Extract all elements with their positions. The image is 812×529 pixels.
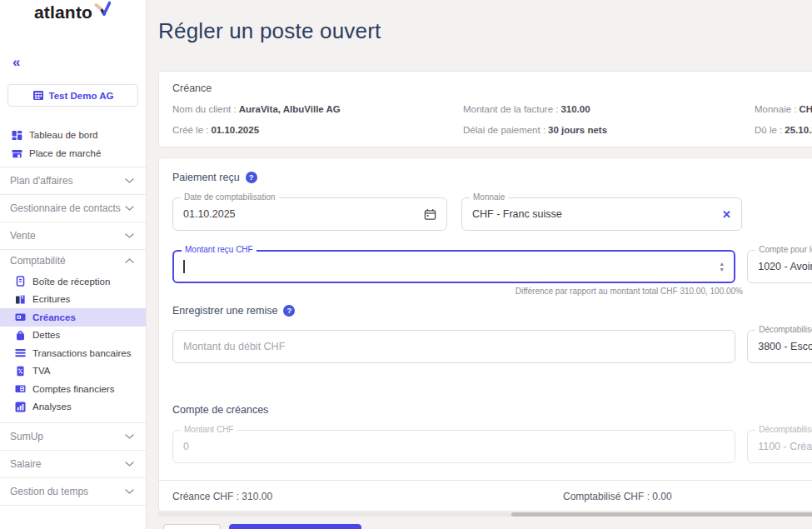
field-label: Compte pour le paiement bbox=[755, 245, 812, 254]
claim-summary-card: Créance Nom du client :AuraVita, AlbuVil… bbox=[158, 71, 812, 147]
text-caret bbox=[183, 260, 185, 273]
sidebar-item-label: Boîte de réception bbox=[32, 277, 110, 287]
company-name: Test Demo AG bbox=[49, 91, 114, 101]
logo: atlanto bbox=[0, 0, 146, 28]
chevron-down-icon bbox=[125, 233, 134, 238]
logo-mark-icon bbox=[93, 1, 112, 17]
section-label: Plan d'affaires bbox=[10, 175, 72, 187]
bank-lines-icon bbox=[15, 347, 26, 358]
field-label: Montant reçu CHF bbox=[182, 245, 257, 254]
payment-terms-field: Délai de paiement :30 jours nets bbox=[463, 125, 755, 135]
analytics-icon bbox=[15, 402, 26, 412]
sidebar-item-label: Ecritures bbox=[32, 294, 70, 304]
payment-form-card: Paiement reçu ? Date de comptabilisation… bbox=[158, 157, 812, 512]
section-title: Compte de créances bbox=[172, 404, 268, 416]
help-icon[interactable]: ? bbox=[246, 172, 257, 183]
amount-received-input[interactable]: Montant reçu CHF ▲▼ bbox=[172, 250, 735, 283]
section-label: Comptabilité bbox=[10, 255, 66, 267]
chevron-down-icon bbox=[125, 462, 134, 467]
sidebar-section-salary[interactable]: Salaire bbox=[0, 450, 146, 477]
due-date-field: Dû le :25.10.2025 bbox=[755, 125, 812, 135]
sidebar-item-financial-accounts[interactable]: Comptes financiers bbox=[0, 380, 146, 398]
invoice-amount-field: Montant de la facture :310.00 bbox=[463, 104, 755, 114]
book-icon bbox=[15, 294, 26, 305]
sidebar-section-time-management[interactable]: Gestion du temps bbox=[0, 477, 146, 505]
payment-account-input[interactable]: Compte pour le paiement 1020 - Avoirs ba… bbox=[747, 250, 812, 283]
currency-input[interactable]: Monnaie CHF - Franc suisse ✕ bbox=[461, 197, 742, 231]
field-label: Monnaie bbox=[470, 192, 508, 202]
main-content: Régler un poste ouvert Créance Nom du cl… bbox=[147, 0, 812, 529]
field-value: 01.10.2025 bbox=[183, 208, 424, 220]
marketplace-icon bbox=[12, 148, 22, 159]
chevron-up-icon bbox=[125, 258, 134, 263]
field-value: 0 bbox=[183, 441, 725, 452]
sidebar-item-payables[interactable]: Dettes bbox=[0, 327, 146, 345]
company-selector-button[interactable]: Test Demo AG bbox=[7, 84, 138, 107]
sidebar-item-label: Comptes financiers bbox=[32, 384, 114, 394]
company-building-icon bbox=[32, 90, 44, 101]
scrollbar-thumb[interactable] bbox=[511, 512, 812, 517]
horizontal-scrollbar[interactable] bbox=[158, 512, 812, 517]
inbox-icon bbox=[15, 276, 26, 287]
difference-helper-text: Différence par rapport au montant total … bbox=[172, 287, 743, 296]
section-label: Salaire bbox=[10, 458, 41, 470]
sidebar-item-vat[interactable]: TVA bbox=[0, 362, 146, 381]
discount-amount-input[interactable]: Montant du débit CHF bbox=[172, 330, 735, 363]
clear-currency-icon[interactable]: ✕ bbox=[722, 208, 731, 221]
field-value: 1100 - Créances bbox=[758, 441, 812, 452]
sidebar-section-sumup[interactable]: SumUp bbox=[0, 422, 146, 450]
sidebar-item-label: Transactions bancaires bbox=[32, 348, 131, 358]
chevron-down-icon bbox=[125, 434, 134, 439]
sidebar-item-dashboard[interactable]: Tableau de bord bbox=[0, 126, 146, 144]
created-date-field: Créé le :01.10.2025 bbox=[172, 125, 463, 135]
sidebar-item-entries[interactable]: Ecritures bbox=[0, 291, 146, 309]
dashboard-icon bbox=[12, 130, 22, 141]
field-placeholder: Montant du débit CHF bbox=[183, 341, 725, 352]
calendar-icon[interactable] bbox=[424, 208, 436, 221]
cancel-button[interactable]: Annuler bbox=[163, 524, 221, 529]
sidebar-item-inbox[interactable]: Boîte de réception bbox=[0, 272, 146, 291]
accounts-icon bbox=[15, 383, 26, 394]
totals-row: Créance CHF : 310.00 Comptabilisé CHF : … bbox=[159, 480, 812, 511]
sidebar-item-receivables[interactable]: Créances bbox=[0, 308, 146, 327]
settle-open-item-button[interactable]: Régler un poste ouvert bbox=[229, 524, 361, 529]
sidebar-item-analyses[interactable]: Analyses bbox=[0, 398, 146, 417]
field-value: CHF - Franc suisse bbox=[472, 208, 722, 220]
section-label: Vente bbox=[10, 230, 36, 242]
sidebar-section-accounting[interactable]: Comptabilité bbox=[0, 249, 146, 271]
field-value: 1020 - Avoirs bancaires bbox=[758, 261, 812, 272]
sidebar-section-contacts[interactable]: Gestionnaire de contacts bbox=[0, 194, 146, 222]
sidebar: atlanto « Test Demo AG bbox=[0, 0, 147, 529]
sidebar-item-label: Tableau de bord bbox=[29, 130, 97, 140]
field-label: Montant CHF bbox=[181, 425, 237, 434]
sidebar-collapse-button[interactable]: « bbox=[12, 57, 146, 68]
sidebar-item-label: Place de marché bbox=[29, 148, 101, 158]
sidebar-item-marketplace[interactable]: Place de marché bbox=[0, 144, 146, 162]
field-label: Décomptabiliser bbox=[755, 325, 812, 334]
app-window: atlanto « Test Demo AG bbox=[0, 0, 812, 529]
section-label: Gestion du temps bbox=[10, 486, 88, 497]
number-stepper-icon[interactable]: ▲▼ bbox=[719, 262, 725, 272]
sidebar-section-sales[interactable]: Vente bbox=[0, 222, 146, 249]
field-label: Date de comptabilisation bbox=[181, 192, 279, 202]
accounting-sub-menu: Boîte de réception Ecritures Créanc bbox=[0, 271, 146, 422]
receivable-account-input: Décomptabiliser 1100 - Créances bbox=[747, 430, 812, 463]
chevron-down-icon bbox=[125, 178, 134, 183]
vat-document-icon bbox=[15, 366, 26, 377]
receivables-icon bbox=[15, 312, 26, 322]
discount-account-input[interactable]: Décomptabiliser 3800 - Escomptes bbox=[747, 330, 812, 363]
sidebar-item-label: Créances bbox=[32, 312, 76, 322]
sidebar-section-business-plan[interactable]: Plan d'affaires bbox=[0, 167, 146, 194]
section-title: Paiement reçu bbox=[172, 172, 240, 183]
field-label: Décomptabiliser bbox=[755, 425, 812, 434]
sidebar-divider bbox=[0, 505, 146, 506]
chevron-down-icon bbox=[125, 206, 134, 211]
sidebar-item-label: Dettes bbox=[32, 330, 60, 340]
help-icon[interactable]: ? bbox=[283, 305, 295, 317]
section-label: SumUp bbox=[10, 431, 43, 442]
booked-total-text: Comptabilisé CHF : 0.00 bbox=[563, 491, 672, 502]
chevron-down-icon bbox=[125, 489, 134, 494]
logo-text: atlanto bbox=[34, 2, 92, 22]
sidebar-item-bank-transactions[interactable]: Transactions bancaires bbox=[0, 344, 146, 362]
booking-date-input[interactable]: Date de comptabilisation 01.10.2025 bbox=[172, 197, 447, 231]
